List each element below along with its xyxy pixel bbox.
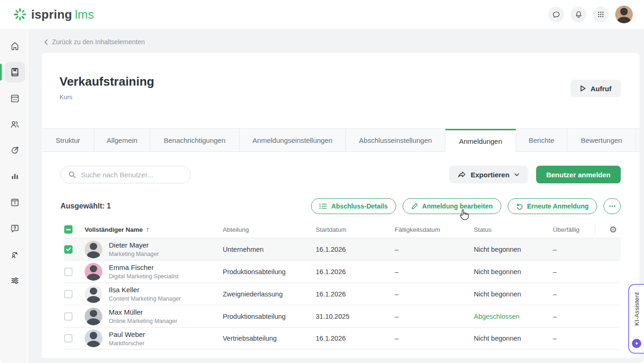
sidebar-item-help[interactable] bbox=[5, 218, 25, 239]
sidebar-nav bbox=[0, 29, 30, 363]
header-divider bbox=[595, 224, 595, 235]
main-area: Zurück zu den Inhaltselementen Verkaufst… bbox=[30, 29, 644, 363]
cell-start-date: 16.1.2026 bbox=[316, 268, 395, 276]
chevron-down-icon bbox=[514, 173, 519, 176]
table-row[interactable]: Ilsa KellerContent Marketing Manager Zwe… bbox=[64, 282, 621, 305]
course-header: Verkaufstraining Kurs Aufruf bbox=[42, 53, 639, 128]
course-tabs: Struktur Allgemein Benachrichtigungen An… bbox=[42, 128, 639, 152]
table-row[interactable]: Max MüllerOnline Marketing Manager Produ… bbox=[64, 305, 621, 327]
cell-overdue: – bbox=[553, 268, 595, 276]
column-header-status[interactable]: Status bbox=[474, 226, 553, 233]
ai-assistant-tab[interactable]: KI-Assistent ✦ bbox=[628, 284, 644, 354]
table-row[interactable]: Paul WeberMarktforscher Vertriebsabteilu… bbox=[64, 327, 621, 350]
row-avatar bbox=[85, 329, 102, 347]
cell-overdue: – bbox=[553, 335, 595, 342]
user-avatar[interactable] bbox=[615, 6, 633, 23]
course-card: Verkaufstraining Kurs Aufruf Struktur Al… bbox=[42, 53, 639, 358]
column-header-department[interactable]: Abteilung bbox=[223, 226, 316, 233]
row-checkbox[interactable] bbox=[64, 334, 73, 343]
sidebar-item-home[interactable] bbox=[5, 36, 25, 56]
page-title: Verkaufstraining bbox=[60, 74, 154, 89]
cell-due-date: – bbox=[395, 335, 474, 342]
tab-anmeldungen[interactable]: Anmeldungen bbox=[445, 129, 516, 152]
column-header-name[interactable]: Vollständiger Name↑ bbox=[85, 226, 223, 233]
user-role: Online Marketing Manager bbox=[109, 317, 177, 325]
row-avatar bbox=[85, 241, 102, 258]
logo-brand-text: ispring bbox=[31, 7, 72, 21]
sidebar-item-calendar[interactable] bbox=[5, 88, 25, 108]
sidebar-item-courses[interactable] bbox=[5, 62, 25, 82]
row-avatar bbox=[85, 308, 102, 325]
cell-department: Vertriebsabteilung bbox=[223, 335, 316, 342]
column-header-overdue[interactable]: Überfällig bbox=[553, 226, 595, 233]
cell-status: Nicht begonnen bbox=[474, 246, 553, 253]
bar-chart-icon bbox=[10, 171, 20, 182]
tab-benachrichtigungen[interactable]: Benachrichtigungen bbox=[150, 129, 239, 152]
chevron-left-icon bbox=[44, 39, 48, 45]
table-header-row: Vollständiger Name↑ Abteilung Startdatum… bbox=[64, 221, 621, 238]
row-checkbox[interactable] bbox=[64, 290, 73, 298]
notifications-button[interactable] bbox=[571, 7, 586, 22]
sidebar-item-goals[interactable] bbox=[5, 140, 25, 161]
list-icon bbox=[319, 203, 327, 209]
enroll-users-button[interactable]: Benutzer anmelden bbox=[536, 166, 621, 183]
user-name: Emma Fischer bbox=[109, 263, 179, 272]
completion-details-button[interactable]: Abschluss-Details bbox=[311, 198, 396, 214]
cell-start-date: 31.10.2025 bbox=[316, 313, 395, 320]
home-icon bbox=[10, 41, 20, 51]
toolbar: Exportieren Benutzer anmelden bbox=[60, 166, 621, 183]
restart-icon bbox=[516, 203, 523, 210]
cell-overdue: – bbox=[553, 313, 595, 320]
user-name: Paul Weber bbox=[109, 330, 145, 339]
tab-struktur[interactable]: Struktur bbox=[42, 129, 94, 152]
table-row[interactable]: Emma FischerDigital Marketing Specialist… bbox=[64, 260, 621, 282]
search-input[interactable] bbox=[81, 171, 183, 179]
column-header-start[interactable]: Startdatum bbox=[316, 226, 395, 233]
column-header-due[interactable]: Fälligkeitsdatum bbox=[395, 226, 474, 233]
tab-abschlusseinstellungen[interactable]: Abschlusseinstellungen bbox=[346, 129, 445, 152]
sidebar-item-users[interactable] bbox=[5, 114, 25, 134]
app-window: ispringlms bbox=[0, 0, 644, 363]
user-name: Max Müller bbox=[109, 308, 177, 316]
play-icon bbox=[580, 85, 586, 92]
more-actions-button[interactable] bbox=[604, 198, 621, 214]
top-bar: ispringlms bbox=[0, 0, 644, 29]
sidebar-item-info-board[interactable] bbox=[5, 192, 25, 213]
edit-enrollment-button[interactable]: Anmeldung bearbeiten bbox=[403, 198, 501, 214]
messages-button[interactable] bbox=[548, 7, 564, 22]
search-box[interactable] bbox=[60, 166, 191, 183]
preview-course-button[interactable]: Aufruf bbox=[571, 80, 621, 97]
tab-anmeldungseinstellungen[interactable]: Anmeldungseinstellungen bbox=[239, 129, 346, 152]
breadcrumb-back-link[interactable]: Zurück zu den Inhaltselementen bbox=[30, 29, 145, 53]
cell-start-date: 16.1.2026 bbox=[316, 335, 395, 342]
row-checkbox[interactable] bbox=[64, 268, 73, 276]
select-all-checkbox[interactable] bbox=[64, 225, 73, 234]
selection-row: Ausgewählt: 1 Abschluss-Details Anmeldun… bbox=[60, 198, 621, 214]
tab-berichte[interactable]: Berichte bbox=[516, 129, 567, 152]
search-icon bbox=[68, 171, 76, 179]
sidebar-item-supervisor[interactable] bbox=[5, 244, 25, 265]
cell-status: Nicht begonnen bbox=[474, 290, 553, 298]
supervisor-gauge-icon bbox=[10, 249, 20, 260]
tab-bewertungen[interactable]: Bewertungen bbox=[567, 129, 636, 152]
cell-overdue: – bbox=[553, 290, 595, 298]
column-settings-gear-icon[interactable]: ⚙ bbox=[609, 225, 617, 234]
tab-allgemein[interactable]: Allgemein bbox=[94, 129, 150, 152]
cell-status: Nicht begonnen bbox=[474, 335, 553, 342]
row-checkbox[interactable] bbox=[64, 245, 73, 254]
row-checkbox[interactable] bbox=[64, 312, 73, 321]
course-type-label: Kurs bbox=[60, 93, 154, 101]
app-launcher-button[interactable] bbox=[593, 7, 609, 22]
sidebar-item-settings[interactable] bbox=[5, 270, 25, 291]
selected-count-label: Ausgewählt: 1 bbox=[60, 202, 111, 210]
users-icon bbox=[10, 119, 20, 129]
tabbar-filler bbox=[636, 129, 639, 152]
export-button[interactable]: Exportieren bbox=[449, 166, 527, 183]
cell-department: Produktionsabteilung bbox=[223, 313, 316, 320]
table-row[interactable]: Dieter MayerMarketing Manager Unternehme… bbox=[64, 238, 621, 260]
cell-due-date: – bbox=[395, 246, 474, 253]
sidebar-item-reports[interactable] bbox=[5, 166, 25, 187]
ellipsis-icon bbox=[609, 205, 616, 207]
ispring-lms-logo: ispringlms bbox=[13, 7, 94, 22]
reenroll-button[interactable]: Erneute Anmeldung bbox=[508, 198, 598, 214]
